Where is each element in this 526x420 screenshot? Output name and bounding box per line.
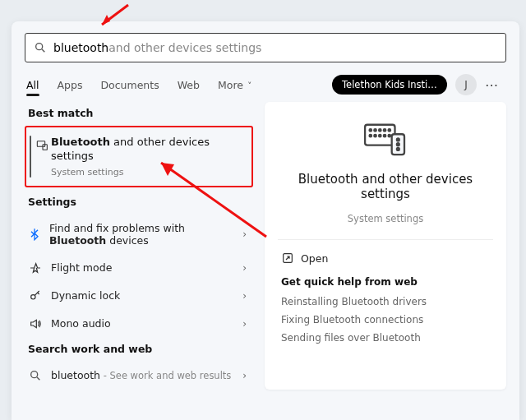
settings-row-label: Find and fix problems with Bluetooth dev…	[49, 222, 242, 247]
best-match-title: Bluetooth and other devices settings	[51, 136, 243, 164]
bluetooth-icon	[28, 228, 41, 241]
key-icon	[28, 289, 43, 302]
svg-point-4	[31, 294, 35, 298]
search-input-suggestion: and other devices settings	[108, 41, 261, 54]
settings-row-label: Mono audio	[51, 317, 111, 330]
tab-documents[interactable]: Documents	[100, 79, 159, 91]
chevron-down-icon: ˅	[245, 81, 251, 90]
svg-point-20	[397, 143, 399, 145]
sound-icon	[28, 317, 43, 330]
svg-point-11	[384, 129, 385, 131]
preview-title: Bluetooth and other devices settings	[281, 172, 490, 201]
svg-point-10	[379, 129, 381, 131]
open-action[interactable]: Open	[281, 252, 490, 265]
section-search-web: Search work and web	[28, 343, 250, 355]
org-badge[interactable]: Telethon Kids Institu...	[332, 75, 447, 95]
chevron-right-icon: ›	[242, 290, 247, 302]
svg-line-1	[42, 49, 44, 52]
settings-row-label: Flight mode	[51, 261, 112, 274]
divider	[278, 239, 493, 240]
svg-point-16	[384, 135, 385, 136]
preview-pane: Bluetooth and other devices settings Sys…	[265, 102, 506, 390]
svg-point-14	[374, 135, 376, 136]
open-label: Open	[301, 252, 328, 265]
section-best-match: Best match	[28, 107, 250, 119]
help-section-title: Get quick help from web	[281, 276, 490, 288]
chevron-right-icon: ›	[242, 228, 247, 240]
tab-web[interactable]: Web	[178, 79, 200, 91]
open-icon	[281, 252, 294, 265]
svg-rect-2	[37, 141, 44, 147]
airplane-icon	[28, 261, 43, 275]
search-icon	[28, 369, 43, 382]
more-menu-button[interactable]: ⋯	[485, 77, 500, 93]
avatar[interactable]: J	[455, 74, 477, 95]
filter-tabs: All Apps Documents Web More ˅ Telethon K…	[12, 62, 519, 100]
svg-point-21	[397, 148, 399, 150]
svg-point-0	[36, 44, 43, 50]
svg-point-15	[379, 135, 381, 136]
best-match-subtitle: System settings	[51, 167, 243, 178]
svg-point-12	[389, 129, 390, 131]
settings-row-label: Dynamic lock	[51, 289, 120, 302]
chevron-right-icon: ›	[242, 262, 247, 274]
help-link[interactable]: Sending files over Bluetooth	[281, 332, 490, 344]
svg-point-5	[31, 371, 38, 377]
tab-all[interactable]: All	[26, 79, 39, 91]
chevron-right-icon: ›	[242, 318, 247, 330]
web-search-row[interactable]: bluetooth - See work and web results ›	[25, 362, 253, 390]
settings-row[interactable]: Flight mode›	[25, 254, 253, 282]
settings-row[interactable]: Find and fix problems with Bluetooth dev…	[25, 215, 253, 254]
section-settings: Settings	[28, 196, 250, 208]
svg-point-9	[374, 129, 376, 131]
settings-row[interactable]: Dynamic lock›	[25, 282, 253, 310]
help-link[interactable]: Fixing Bluetooth connections	[281, 314, 490, 325]
svg-point-17	[389, 135, 390, 136]
best-match-result[interactable]: Bluetooth and other devices settings Sys…	[25, 126, 253, 187]
svg-point-8	[370, 129, 371, 131]
search-bar[interactable]: bluetooth and other devices settings	[25, 33, 506, 62]
tab-more[interactable]: More ˅	[218, 79, 251, 91]
help-link[interactable]: Reinstalling Bluetooth drivers	[281, 296, 490, 307]
start-search-panel: bluetooth and other devices settings All…	[12, 21, 519, 420]
chevron-right-icon: ›	[242, 370, 247, 381]
web-search-label: bluetooth - See work and web results	[51, 369, 231, 381]
search-input-typed: bluetooth	[53, 41, 108, 54]
tab-apps[interactable]: Apps	[58, 79, 83, 91]
search-icon	[34, 41, 47, 54]
svg-line-6	[37, 377, 39, 380]
devices-icon	[36, 139, 49, 155]
devices-hero-icon	[360, 120, 411, 160]
results-column: Best match Bluetooth and other devices s…	[25, 102, 253, 390]
preview-subtitle: System settings	[348, 213, 423, 224]
settings-row[interactable]: Mono audio›	[25, 310, 253, 338]
svg-point-19	[397, 139, 399, 141]
svg-point-13	[370, 135, 371, 136]
